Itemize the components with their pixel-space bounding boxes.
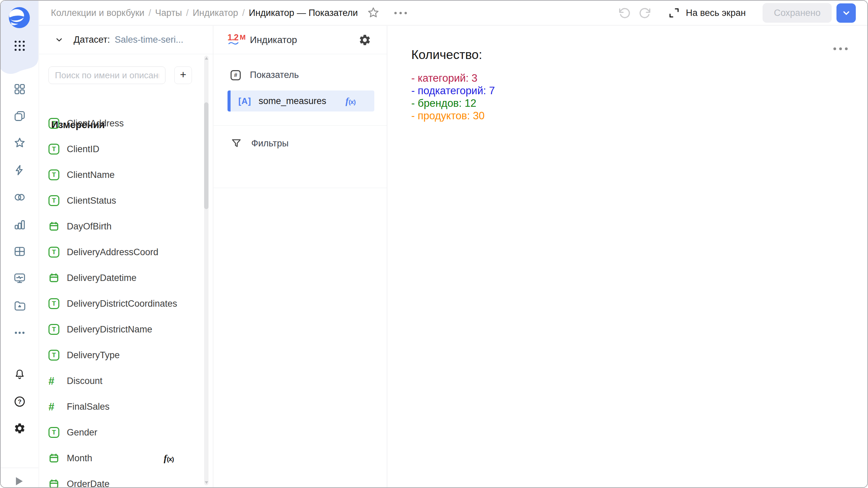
sidebar-item-files[interactable] <box>13 299 26 312</box>
dataset-field-row[interactable]: T # ClientID f(x) <box>39 136 213 162</box>
field-search-row: + <box>48 66 192 84</box>
breadcrumb-link[interactable]: Индикатор <box>193 8 238 18</box>
measure-section-header: # Показатель <box>231 70 299 80</box>
save-dropdown-button[interactable] <box>836 3 856 23</box>
calendar-type-icon <box>48 479 59 487</box>
copy-icon <box>13 109 26 122</box>
datalens-logo[interactable] <box>8 7 30 28</box>
dataset-field-row[interactable]: T # DeliveryDatetime f(x) <box>39 265 213 291</box>
favorite-star-button[interactable] <box>367 6 380 20</box>
scroll-up-arrow[interactable] <box>205 57 208 60</box>
dataset-field-row[interactable]: T # ClientAddress f(x) <box>39 110 213 136</box>
star-icon <box>13 137 26 149</box>
fields-scrollbar[interactable] <box>204 56 209 485</box>
field-search-input[interactable] <box>48 66 165 84</box>
page-title: Индикатор — Показатели <box>249 8 358 18</box>
section-divider <box>214 125 387 126</box>
sidebar-item-datasets[interactable] <box>13 191 26 204</box>
add-field-button[interactable]: + <box>174 66 192 84</box>
chevron-down-icon <box>55 35 64 44</box>
text-type-icon: T <box>48 247 59 258</box>
dataset-selector[interactable]: Датасет: Sales-time-seri... <box>39 26 213 54</box>
field-name: DeliveryDistrictCoordinates <box>67 299 177 309</box>
formula-icon: f(x) <box>346 96 355 106</box>
scroll-down-arrow[interactable] <box>205 481 208 484</box>
pill-accent-bar <box>228 90 231 111</box>
redo-icon <box>638 6 652 20</box>
help-button[interactable]: ? <box>13 395 26 408</box>
calendar-type-icon <box>48 221 59 232</box>
breadcrumb-link[interactable]: Коллекции и воркбуки <box>51 8 144 18</box>
funnel-icon <box>231 138 242 149</box>
indicator-content: Количество: - категорий: 3 - подкатегори… <box>388 26 867 122</box>
number-type-icon: # <box>48 376 54 386</box>
breadcrumb-link[interactable]: Чарты <box>155 8 182 18</box>
sidebar-item-workbooks[interactable] <box>13 109 26 122</box>
dataset-field-row[interactable]: T # OrderDate f(x) <box>39 471 213 487</box>
venn-circles-icon <box>13 191 26 204</box>
collapse-sidebar-button[interactable] <box>16 477 23 485</box>
undo-icon <box>617 6 631 20</box>
section-divider <box>214 188 387 188</box>
field-name: ClientID <box>67 144 99 155</box>
calendar-type-icon <box>48 453 59 464</box>
dataset-field-row[interactable]: T # DeliveryType f(x) <box>39 342 213 368</box>
text-type-icon: T <box>48 144 59 155</box>
dataset-field-row[interactable]: T # Discount f(x) <box>39 368 213 394</box>
undo-button[interactable] <box>617 6 631 20</box>
chart-more-button[interactable] <box>833 47 848 50</box>
breadcrumb-separator: / <box>242 8 245 18</box>
sidebar-item-tables[interactable] <box>13 245 26 258</box>
dataset-field-row[interactable]: T # ClientStatus f(x) <box>39 188 213 214</box>
svg-text:?: ? <box>18 398 22 405</box>
chart-canvas: Количество: - категорий: 3 - подкатегори… <box>388 26 867 487</box>
field-name: DayOfBirth <box>67 221 112 232</box>
breadcrumb-separator: / <box>186 8 189 18</box>
breadcrumb: Коллекции и воркбуки / Чарты / Индикатор… <box>51 8 358 18</box>
chart-settings-button[interactable] <box>358 34 371 46</box>
formula-icon: f(x) <box>164 453 174 464</box>
indicator-line: - категорий: 3 <box>411 72 867 84</box>
sidebar-item-connections[interactable] <box>13 164 26 177</box>
fullscreen-button[interactable]: На весь экран <box>668 6 746 19</box>
measure-field-name: some_measures <box>259 96 327 106</box>
sidebar-item-grid[interactable] <box>13 83 26 96</box>
redo-button[interactable] <box>638 6 652 20</box>
dot <box>845 47 848 50</box>
grid-squares-icon <box>13 83 26 96</box>
apps-grid-icon[interactable] <box>14 39 26 52</box>
dataset-field-row[interactable]: T # DeliveryDistrictCoordinates f(x) <box>39 291 213 317</box>
dataset-field-row[interactable]: T # DeliveryAddressCoord f(x) <box>39 239 213 265</box>
header-more-button[interactable] <box>394 12 407 14</box>
sidebar-item-favorites[interactable] <box>13 137 26 149</box>
field-name: DeliveryDistrictName <box>67 324 152 335</box>
dot <box>839 47 842 50</box>
breadcrumb-separator: / <box>149 8 151 18</box>
dataset-field-row[interactable]: T # Gender f(x) <box>39 420 213 445</box>
bell-icon <box>13 368 26 381</box>
settings-button[interactable] <box>13 422 26 435</box>
field-name: ClientStatus <box>67 196 116 206</box>
filters-section-label: Фильтры <box>251 138 289 149</box>
dataset-field-row[interactable]: T # ClientName f(x) <box>39 162 213 188</box>
field-name: DeliveryDatetime <box>67 273 137 283</box>
header-actions: На весь экран Сохранено <box>617 3 856 23</box>
field-name: Discount <box>67 376 102 386</box>
dataset-field-row[interactable]: T # DayOfBirth f(x) <box>39 214 213 239</box>
save-button[interactable]: Сохранено <box>763 3 832 23</box>
badge-value: 1.2 <box>228 33 238 42</box>
dataset-name-link[interactable]: Sales-time-seri... <box>115 35 183 45</box>
sidebar-item-dashboards[interactable] <box>13 272 26 285</box>
dataset-field-row[interactable]: T # DeliveryDistrictName f(x) <box>39 317 213 342</box>
notifications-button[interactable] <box>13 368 26 381</box>
indicator-line: - продуктов: 30 <box>411 109 867 122</box>
scrollbar-thumb[interactable] <box>204 102 209 209</box>
dataset-field-row[interactable]: T # FinalSales f(x) <box>39 394 213 420</box>
indicator-title: Количество: <box>411 47 867 62</box>
field-name: Gender <box>67 427 97 438</box>
dataset-field-row[interactable]: T # Month f(x) <box>39 445 213 471</box>
sidebar-footer-divider <box>1 468 38 468</box>
measure-field-pill[interactable]: [A] some_measures f(x) <box>228 90 374 111</box>
sidebar-item-more[interactable] <box>13 326 26 339</box>
sidebar-item-charts[interactable] <box>13 218 26 231</box>
